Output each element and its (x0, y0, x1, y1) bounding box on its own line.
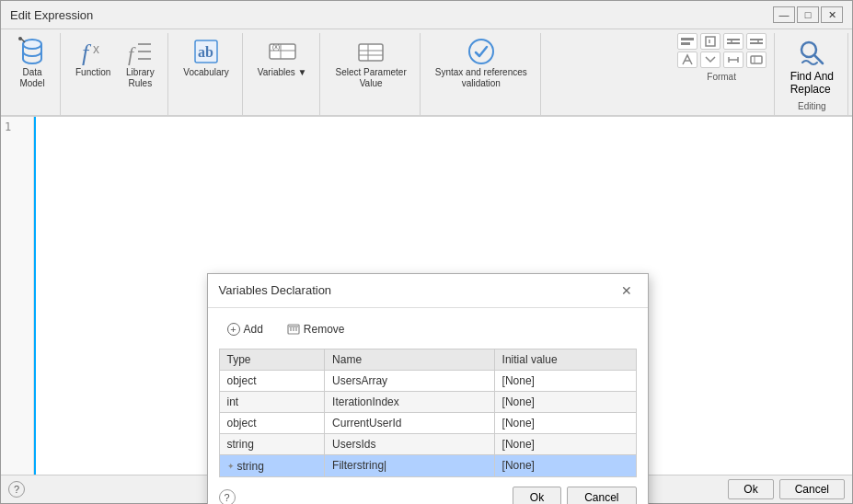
variables-button[interactable]: (x) Variables ▼ (252, 33, 313, 82)
ribbon-group-variables: (x) Variables ▼ (245, 33, 321, 115)
window-title: Edit Expression (10, 8, 93, 22)
svg-rect-27 (750, 39, 763, 40)
format-row-2 (677, 52, 767, 68)
svg-point-2 (18, 37, 22, 40)
bottom-help-symbol: ? (14, 484, 19, 495)
find-replace-label: Find AndReplace (790, 70, 834, 96)
ribbon-group-editing: Find AndReplace Editing (777, 33, 848, 115)
syntax-button[interactable]: Syntax and referencesvalidation (430, 33, 533, 93)
table-row[interactable]: objectCurrentUserId[None] (219, 412, 636, 433)
format-btn-1[interactable] (677, 33, 697, 50)
cell-name: CurrentUserId (325, 412, 495, 433)
bottom-cancel-button[interactable]: Cancel (779, 479, 845, 499)
data-model-label: DataModel (19, 67, 44, 89)
table-row[interactable]: intIterationIndex[None] (219, 391, 636, 412)
svg-text:f: f (128, 42, 136, 65)
variables-declaration-dialog: Variables Declaration ✕ + Add Rem (207, 273, 649, 505)
format-group-label: Format (707, 72, 736, 82)
title-bar: Edit Expression — □ ✕ (1, 1, 852, 29)
data-model-button[interactable]: DataModel (12, 33, 52, 93)
format-btn-3[interactable] (723, 33, 743, 50)
find-replace-icon (795, 37, 828, 70)
line-number-1: 1 (5, 120, 29, 133)
remove-label: Remove (304, 323, 345, 336)
data-model-icon (17, 37, 47, 66)
col-initial-value-header: Initial value (494, 349, 636, 370)
dialog-cancel-button[interactable]: Cancel (567, 487, 636, 505)
function-button[interactable]: f x Function (70, 33, 116, 82)
find-replace-button[interactable]: Find AndReplace (784, 33, 840, 99)
format-btn-8[interactable] (746, 52, 767, 68)
library-rules-button[interactable]: f LibraryRules (120, 33, 160, 93)
svg-rect-28 (750, 42, 763, 44)
svg-rect-24 (727, 39, 740, 40)
dialog-close-button[interactable]: ✕ (617, 281, 637, 300)
ribbon-group-items: DataModel (12, 33, 52, 111)
library-rules-icon: f (125, 37, 155, 66)
cell-type: string (219, 433, 325, 454)
cell-initial-value: [None] (494, 391, 636, 412)
ribbon-group-syntax: Syntax and referencesvalidation (422, 33, 541, 115)
svg-line-35 (814, 55, 823, 63)
dialog-body: + Add Remove Type (208, 308, 648, 505)
cell-name: UsersIds (325, 433, 495, 454)
bottom-right-buttons: Ok Cancel (728, 479, 845, 499)
remove-variable-button[interactable]: Remove (279, 319, 353, 339)
window-controls: — □ ✕ (773, 6, 843, 23)
ribbon-group-items: Select ParameterValue (329, 33, 411, 111)
cell-initial-value: [None] (494, 433, 636, 454)
cell-type: object (219, 370, 325, 391)
main-area: 1 Variables Declaration ✕ + Add (1, 117, 852, 475)
add-variable-button[interactable]: + Add (219, 319, 271, 339)
format-btn-2[interactable] (700, 33, 720, 50)
format-btn-4[interactable] (746, 33, 767, 50)
close-button[interactable]: ✕ (821, 6, 843, 23)
col-type-header: Type (219, 349, 325, 370)
vocabulary-button[interactable]: ab Vocabulary (178, 33, 234, 82)
format-controls (677, 33, 767, 70)
svg-point-0 (23, 40, 41, 49)
cell-type: object (219, 412, 325, 433)
syntax-label: Syntax and referencesvalidation (435, 67, 527, 89)
main-window: Edit Expression — □ ✕ (0, 0, 853, 504)
cell-name: UsersArray (325, 370, 495, 391)
svg-text:ab: ab (198, 44, 213, 60)
table-row[interactable]: objectUsersArray[None] (219, 370, 636, 391)
maximize-button[interactable]: □ (797, 6, 819, 23)
format-btn-7[interactable] (723, 52, 743, 68)
vocabulary-label: Vocabulary (183, 67, 228, 78)
help-button[interactable]: ? (219, 489, 236, 505)
select-parameter-button[interactable]: Select ParameterValue (329, 33, 411, 93)
svg-rect-21 (681, 42, 690, 45)
variables-icon: (x) (268, 37, 297, 66)
library-rules-label: LibraryRules (126, 67, 155, 89)
svg-text:(x): (x) (272, 43, 280, 51)
remove-icon (287, 323, 300, 336)
ribbon-group-items: ab Vocabulary (178, 33, 234, 111)
svg-text:f: f (82, 40, 92, 66)
ribbon-group-items: (x) Variables ▼ (252, 33, 313, 111)
format-row-1 (677, 33, 767, 50)
table-row[interactable]: stringUsersIds[None] (219, 433, 636, 454)
format-btn-6[interactable] (700, 52, 720, 68)
function-icon: f x (78, 37, 108, 66)
cell-initial-value: [None] (494, 370, 636, 391)
format-btn-5[interactable] (677, 52, 697, 68)
function-label: Function (75, 67, 110, 78)
col-name-header: Name (325, 349, 495, 370)
variables-table-body: objectUsersArray[None]intIterationIndex[… (219, 370, 636, 476)
select-parameter-label: Select ParameterValue (335, 67, 406, 89)
editing-group-label: Editing (798, 101, 826, 111)
dialog-ok-button[interactable]: Ok (513, 487, 561, 505)
svg-rect-20 (681, 38, 694, 40)
svg-text:x: x (93, 41, 99, 56)
dialog-toolbar: + Add Remove (219, 319, 637, 339)
table-row[interactable]: ✦stringFilterstring|[None] (219, 454, 636, 476)
bottom-ok-button[interactable]: Ok (728, 479, 773, 499)
add-label: Add (244, 323, 263, 336)
variables-label: Variables ▼ (258, 67, 307, 78)
minimize-button[interactable]: — (773, 6, 795, 23)
cell-name: Filterstring| (325, 454, 495, 476)
bottom-help-button[interactable]: ? (8, 481, 25, 498)
table-header-row: Type Name Initial value (219, 349, 636, 370)
